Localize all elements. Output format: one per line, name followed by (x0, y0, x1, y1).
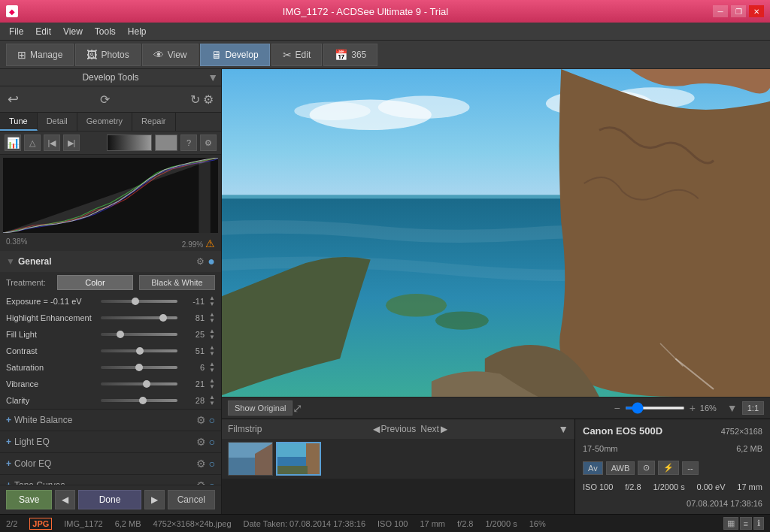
nav-edit[interactable]: ✂ Edit (271, 44, 323, 66)
nav-manage[interactable]: ⊞ Manage (6, 44, 74, 66)
filmstrip-controls: Filmstrip ◀ Previous Next ▶ ▼ (222, 419, 574, 439)
filmstrip-label: Filmstrip (228, 424, 262, 434)
next-button[interactable]: ▶ (144, 490, 165, 509)
color-eq-toggle[interactable]: ○ (209, 458, 215, 470)
tab-detail[interactable]: Detail (38, 113, 77, 131)
highlight-spin-down[interactable]: ▼ (209, 318, 215, 324)
done-button[interactable]: Done (78, 490, 141, 509)
nav-view[interactable]: 👁 View (142, 44, 199, 66)
nav-develop[interactable]: 🖥 Develop (200, 44, 270, 66)
zoom-in-btn[interactable]: + (690, 402, 696, 414)
tone-curves-header[interactable]: + Tone Curves ⚙ ○ (0, 475, 221, 485)
slider-vibrance-track[interactable] (101, 382, 177, 385)
nav-photos[interactable]: 🖼 Photos (75, 44, 140, 66)
slider-contrast-track[interactable] (101, 349, 177, 352)
tone-curves-settings[interactable]: ⚙ (196, 479, 206, 485)
white-balance-settings[interactable]: ⚙ (196, 414, 206, 426)
window-controls: ─ ❐ ✕ (713, 5, 764, 17)
close-button[interactable]: ✕ (749, 5, 764, 17)
slider-fill-track[interactable] (101, 333, 177, 336)
help-icon-btn[interactable]: ? (180, 135, 197, 151)
color-treatment-btn[interactable]: Color (57, 275, 133, 290)
menu-view[interactable]: View (57, 25, 89, 38)
slider-fill-thumb[interactable] (117, 331, 124, 338)
exposure-spin-down[interactable]: ▼ (209, 301, 215, 307)
fill-spin-down[interactable]: ▼ (209, 334, 215, 340)
contrast-spin-down[interactable]: ▼ (209, 351, 215, 357)
tool-icons-row: 📊 △ |◀ ▶| ? ⚙ (0, 131, 221, 155)
tab-geometry[interactable]: Geometry (77, 113, 132, 131)
zoom-out-btn[interactable]: − (614, 402, 620, 414)
gradient-swatch[interactable] (107, 135, 152, 151)
general-circle-btn[interactable]: ● (208, 255, 215, 268)
slider-highlight-thumb[interactable] (159, 314, 167, 322)
sync-button[interactable]: ⟳ (99, 91, 111, 108)
histogram-icon-btn[interactable]: 📊 (5, 135, 21, 151)
menu-tools[interactable]: Tools (89, 25, 122, 38)
status-info-view[interactable]: ℹ (753, 517, 764, 530)
thumbnail-1[interactable] (228, 442, 273, 476)
menu-file[interactable]: File (3, 25, 29, 38)
tone-curves-toggle[interactable]: ○ (209, 479, 215, 485)
light-eq-settings[interactable]: ⚙ (196, 436, 206, 448)
info-lens-label: 17-50mm (583, 444, 617, 453)
minimize-button[interactable]: ─ (713, 5, 728, 17)
light-eq-toggle[interactable]: ○ (209, 436, 215, 448)
prev-button[interactable]: ◀ (55, 490, 75, 509)
white-balance-toggle[interactable]: ○ (209, 414, 215, 426)
devtools-dropdown-btn[interactable]: ▼ (208, 71, 218, 83)
slider-saturation-spinner: ▲ ▼ (209, 361, 215, 373)
general-section-header[interactable]: ▼ General ⚙ ● (0, 251, 221, 272)
slider-exposure-track[interactable] (101, 300, 177, 303)
tab-repair[interactable]: Repair (132, 113, 175, 131)
filmstrip-dropdown-btn[interactable]: ▼ (558, 423, 568, 435)
slider-exposure-thumb[interactable] (132, 298, 139, 305)
cancel-button[interactable]: Cancel (168, 490, 215, 509)
rotate-button[interactable]: ↻ (189, 91, 202, 108)
tab-tune[interactable]: Tune (0, 113, 38, 131)
settings-icon-btn[interactable]: ⚙ (200, 135, 217, 151)
saturation-spin-down[interactable]: ▼ (209, 367, 215, 373)
gray-swatch[interactable] (155, 135, 177, 151)
white-balance-header[interactable]: + White Balance ⚙ ○ (0, 410, 221, 431)
main-image-svg (222, 69, 770, 397)
slider-saturation-track[interactable] (101, 366, 177, 369)
status-list-view[interactable]: ≡ (740, 517, 752, 530)
nav-365[interactable]: 📅 365 (323, 44, 377, 66)
filmstrip-thumbs (222, 439, 574, 479)
slider-clarity-track[interactable] (101, 399, 177, 402)
slider-contrast-thumb[interactable] (136, 347, 144, 355)
show-original-button[interactable]: Show Original (228, 401, 293, 416)
expand-button[interactable]: ⤢ (293, 401, 302, 416)
vibrance-spin-down[interactable]: ▼ (209, 384, 215, 390)
color-eq-header[interactable]: + Color EQ ⚙ ○ (0, 453, 221, 474)
crop-icon-btn[interactable]: |◀ (44, 135, 60, 151)
slider-highlight-track[interactable] (101, 316, 177, 319)
filmstrip-prev-btn[interactable]: ◀ Previous (373, 424, 417, 434)
flip-icon-btn[interactable]: ▶| (63, 135, 80, 151)
exposure-icon-btn[interactable]: △ (24, 135, 41, 151)
zoom-ratio-label[interactable]: 1:1 (742, 401, 764, 415)
menu-help[interactable]: Help (122, 25, 153, 38)
color-eq-settings[interactable]: ⚙ (196, 458, 206, 470)
restore-button[interactable]: ❐ (731, 5, 746, 17)
slider-vibrance-thumb[interactable] (143, 380, 150, 388)
slider-clarity-thumb[interactable] (139, 397, 147, 404)
status-bar: 2/2 JPG IMG_1172 6,2 MB 4752×3168×24b.jp… (0, 514, 770, 532)
bottom-buttons: Save ◀ Done ▶ Cancel (0, 485, 221, 514)
status-grid-view[interactable]: ▦ (723, 517, 738, 530)
settings-button[interactable]: ⚙ (202, 91, 215, 108)
general-settings-btn[interactable]: ⚙ (196, 255, 205, 268)
zoom-slider[interactable] (625, 407, 685, 410)
thumbnail-2[interactable] (276, 442, 321, 476)
filmstrip-next-btn[interactable]: Next ▶ (420, 424, 447, 434)
bw-treatment-btn[interactable]: Black & White (139, 275, 215, 290)
save-button[interactable]: Save (6, 490, 52, 509)
undo-button[interactable]: ↩ (6, 89, 20, 109)
slider-saturation-thumb[interactable] (135, 364, 143, 371)
light-eq-header[interactable]: + Light EQ ⚙ ○ (0, 431, 221, 452)
menu-edit[interactable]: Edit (29, 25, 57, 38)
slider-clarity-value: 28 (182, 396, 205, 405)
zoom-dropdown-btn[interactable]: ▼ (727, 402, 738, 414)
clarity-spin-down[interactable]: ▼ (209, 401, 215, 407)
